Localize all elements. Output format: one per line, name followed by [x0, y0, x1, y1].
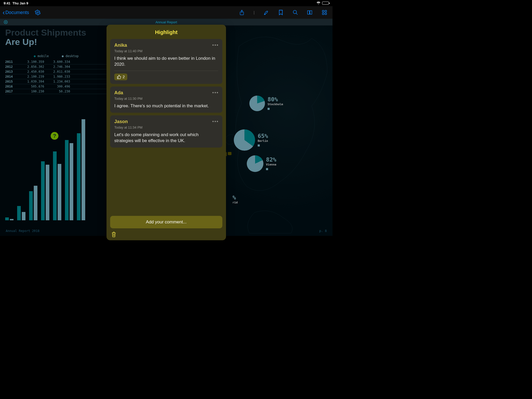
comment-author: Anika [114, 43, 218, 48]
svg-rect-6 [325, 13, 327, 15]
more-icon[interactable]: ••• [212, 90, 219, 96]
comment-ada[interactable]: ••• Ada Today at 11:30 PM I agree. There… [110, 87, 222, 113]
grid-icon[interactable] [322, 10, 327, 15]
status-date: Thu Jan 9 [12, 1, 28, 5]
popover-title: Highlight [110, 29, 222, 35]
nav-bar: ‹ Documents | [0, 6, 332, 19]
comment-time: Today at 11:34 PM [114, 125, 218, 129]
comment-text: Let's do some planning and work out whic… [114, 132, 218, 144]
comment-time: Today at 11:30 PM [114, 97, 218, 101]
thumbs-up-icon [117, 75, 121, 79]
svg-point-0 [37, 12, 38, 13]
trash-icon[interactable] [110, 231, 117, 238]
gear-icon[interactable] [35, 10, 41, 15]
like-button[interactable]: 2 [114, 74, 127, 80]
annotate-icon[interactable] [263, 10, 269, 15]
bookmark-icon[interactable] [278, 10, 284, 15]
comment-text: I think we should aim to do even better … [114, 56, 218, 68]
back-label: Documents [5, 10, 29, 15]
like-count: 2 [123, 75, 125, 79]
chevron-left-icon: ‹ [3, 9, 5, 16]
add-comment-button[interactable]: Add your comment... [110, 216, 222, 228]
comment-time: Today at 11:40 PM [114, 49, 218, 53]
share-icon[interactable] [239, 10, 245, 15]
comment-author: Jason [114, 119, 218, 124]
comment-author: Ada [114, 90, 218, 96]
more-icon[interactable]: ••• [212, 43, 219, 48]
status-time: 9:41 [4, 1, 10, 5]
comment-text: I agree. There's so much potential in th… [114, 103, 218, 109]
toolbar-divider: | [254, 10, 255, 15]
svg-rect-4 [325, 10, 327, 12]
comment-anika[interactable]: ••• Anika Today at 11:40 PM I think we s… [110, 39, 222, 84]
search-icon[interactable] [292, 10, 298, 15]
battery-icon [322, 2, 329, 5]
svg-rect-3 [322, 10, 324, 12]
highlight-popover: Highlight ••• Anika Today at 11:40 PM I … [107, 25, 226, 240]
banner-title: Annual Report [155, 20, 177, 24]
wifi-icon [316, 2, 321, 5]
outline-icon[interactable] [307, 10, 313, 15]
svg-rect-5 [322, 13, 324, 15]
back-button[interactable]: ‹ Documents [3, 9, 29, 16]
close-icon[interactable] [4, 20, 8, 24]
more-icon[interactable]: ••• [212, 119, 219, 124]
status-bar: 9:41 Thu Jan 9 [0, 0, 332, 6]
comment-jason[interactable]: ••• Jason Today at 11:34 PM Let's do som… [110, 115, 222, 148]
svg-point-2 [293, 10, 297, 14]
